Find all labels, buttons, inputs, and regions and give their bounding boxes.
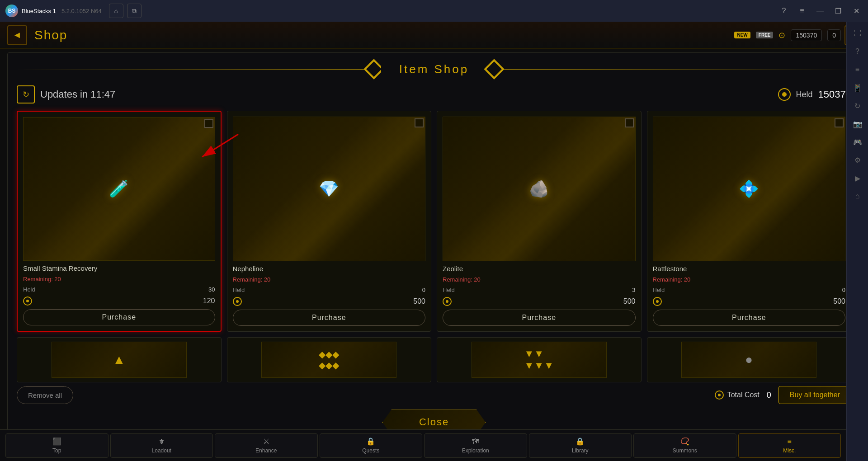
sidebar-settings-icon[interactable]: ⚙ xyxy=(849,152,866,168)
total-cost-value: 0 xyxy=(767,390,771,400)
top-tab-label: Top xyxy=(52,447,61,454)
item-image-2: 🪨 xyxy=(443,117,636,261)
sidebar-home-icon[interactable]: ⌂ xyxy=(849,188,866,204)
purchase-button-1[interactable]: Purchase xyxy=(233,310,426,326)
item-name-0: Small Stamina Recovery xyxy=(23,264,215,272)
nav-tab-misc[interactable]: ≡ Misc. xyxy=(738,433,841,458)
library-tab-icon: 🔒 xyxy=(576,437,585,446)
item-checkbox-2[interactable] xyxy=(625,118,634,127)
partial-item-icon-2: ▼▼▼▼▼ xyxy=(524,348,554,372)
item-held-label-2: Held xyxy=(443,287,455,293)
window-controls: ? ≡ — ❐ ✕ xyxy=(776,4,864,18)
total-cost-label: Total Cost xyxy=(715,390,760,400)
item-card-partial-0[interactable]: ▲ xyxy=(17,337,222,382)
sidebar-macro-icon[interactable]: ▶ xyxy=(849,170,866,186)
item-checkbox-3[interactable] xyxy=(835,118,844,127)
app-version: 5.2.0.1052 N64 xyxy=(61,8,102,14)
price-icon-0 xyxy=(23,296,32,306)
sidebar-menu-icon[interactable]: ≡ xyxy=(849,61,866,78)
item-held-value-1: 0 xyxy=(422,287,425,293)
loadout-tab-label: Loadout xyxy=(152,447,171,454)
home-nav-button[interactable]: ⌂ xyxy=(109,4,123,18)
app-name: BlueStacks 1 xyxy=(22,8,56,14)
item-held-row-3: Held 0 xyxy=(653,287,846,293)
item-held-row-2: Held 3 xyxy=(443,287,636,293)
topbar-right-area: NEW FREE ⊙ 150370 0 xyxy=(734,29,841,41)
item-icon-2: 🪨 xyxy=(529,179,549,198)
notifications-topbar: 0 xyxy=(827,29,841,41)
shop-container: Item Shop ↻ Updates in 11:47 xyxy=(7,52,861,444)
partial-item-icon-0: ▲ xyxy=(113,353,125,367)
sidebar-fullscreen-icon[interactable]: ⛶ xyxy=(849,25,866,42)
item-card-1[interactable]: 💎 Nepheline Remaining: 20 Held 0 xyxy=(227,111,432,332)
item-held-row-0: Held 30 xyxy=(23,286,215,293)
item-card-partial-3[interactable]: ● xyxy=(647,337,852,382)
minimize-button[interactable]: — xyxy=(812,4,828,18)
purchase-button-3[interactable]: Purchase xyxy=(653,310,846,326)
partial-item-image-0: ▲ xyxy=(52,342,187,378)
nav-tab-library[interactable]: 🔒 Library xyxy=(529,433,632,458)
nav-tab-quests[interactable]: 🔒 Quests xyxy=(320,433,423,458)
menu-button[interactable]: ≡ xyxy=(794,4,810,18)
item-image-3: 💠 xyxy=(653,117,846,261)
nav-tab-exploration[interactable]: 🗺 Exploration xyxy=(424,433,527,458)
item-price-row-1: 500 xyxy=(233,297,426,306)
restore-button[interactable]: ❐ xyxy=(830,4,846,18)
nav-tab-loadout[interactable]: 🗡 Loadout xyxy=(110,433,213,458)
right-diamond xyxy=(484,59,505,79)
sidebar-screenshot-icon[interactable]: 📷 xyxy=(849,116,866,132)
item-icon-0: 🧪 xyxy=(109,179,129,198)
price-icon-1 xyxy=(233,297,242,306)
item-price-row-3: 500 xyxy=(653,297,846,306)
sidebar-help-icon[interactable]: ? xyxy=(849,43,866,60)
sidebar-phone-icon[interactable]: 📱 xyxy=(849,80,866,96)
held-currency-icon xyxy=(778,88,791,101)
nav-tab-enhance[interactable]: ⚔ Enhance xyxy=(215,433,318,458)
item-card-partial-1[interactable]: ◆◆◆◆◆◆ xyxy=(227,337,432,382)
item-card-0[interactable]: 🧪 Small Stamina Recovery Remaining: 20 H… xyxy=(17,111,222,332)
item-price-row-0: 120 xyxy=(23,296,215,306)
refresh-icon: ↻ xyxy=(17,85,35,103)
game-topbar: ◄ Shop NEW FREE ⊙ 150370 0 ⊡ xyxy=(0,22,868,49)
item-checkbox-1[interactable] xyxy=(415,118,424,127)
sidebar-rotate-icon[interactable]: ↻ xyxy=(849,98,866,114)
price-icon-dot-1 xyxy=(236,300,239,303)
purchase-button-0[interactable]: Purchase xyxy=(23,309,215,325)
item-held-label-0: Held xyxy=(23,286,35,293)
item-held-label-1: Held xyxy=(233,287,245,293)
top-tab-icon: ⬛ xyxy=(52,437,61,446)
purchase-button-2[interactable]: Purchase xyxy=(443,310,636,326)
quests-tab-icon: 🔒 xyxy=(366,437,375,446)
exploration-tab-label: Exploration xyxy=(462,447,489,454)
partial-item-icon-3: ● xyxy=(745,353,753,367)
item-card-partial-2[interactable]: ▼▼▼▼▼ xyxy=(437,337,642,382)
bluestacks-icon: BS xyxy=(5,5,18,17)
item-card-3[interactable]: 💠 Rattlestone Remaining: 20 Held 0 xyxy=(647,111,852,332)
item-price-1: 500 xyxy=(245,297,426,306)
total-cost-dot xyxy=(718,394,721,396)
back-button[interactable]: ◄ xyxy=(7,25,27,45)
right-sidebar: ⛶ ? ≡ 📱 ↻ 📷 🎮 ⚙ ▶ ⌂ xyxy=(846,22,868,461)
buy-all-button[interactable]: Buy all together xyxy=(778,386,851,404)
item-image-wrap-3: 💠 xyxy=(653,117,846,261)
close-button[interactable]: ✕ xyxy=(848,4,864,18)
item-card-2[interactable]: 🪨 Zeolite Remaining: 20 Held 3 5 xyxy=(437,111,642,332)
item-image-1: 💎 xyxy=(233,117,426,261)
quests-tab-label: Quests xyxy=(362,447,379,454)
app-logo: BS BlueStacks 1 5.2.0.1052 N64 xyxy=(5,5,102,17)
shop-title-topbar: Shop xyxy=(34,28,67,42)
held-label: Held xyxy=(796,90,813,99)
help-button[interactable]: ? xyxy=(776,4,792,18)
sidebar-gamepad-icon[interactable]: 🎮 xyxy=(849,134,866,150)
remove-all-button[interactable]: Remove all xyxy=(17,386,73,404)
copy-nav-button[interactable]: ⧉ xyxy=(127,4,142,18)
exploration-tab-icon: 🗺 xyxy=(472,437,479,446)
price-icon-dot-3 xyxy=(656,300,659,303)
total-cost-text: Total Cost xyxy=(727,391,760,399)
enhance-tab-icon: ⚔ xyxy=(263,437,269,446)
nav-tab-top[interactable]: ⬛ Top xyxy=(5,433,108,458)
nav-tab-summons[interactable]: 📿 Summons xyxy=(633,433,736,458)
price-icon-dot-0 xyxy=(26,300,29,302)
item-checkbox-0[interactable] xyxy=(204,119,213,128)
item-price-3: 500 xyxy=(665,297,846,306)
